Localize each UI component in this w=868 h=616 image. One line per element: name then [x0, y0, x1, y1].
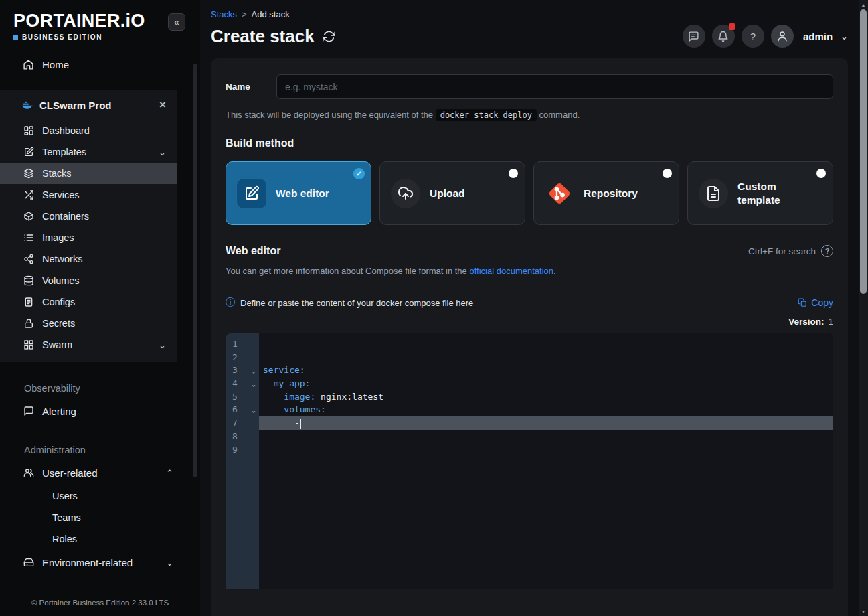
upload-cloud-icon: [391, 179, 420, 208]
sidebar-item-label: Templates: [42, 147, 86, 157]
build-method-repository[interactable]: Repository: [533, 161, 679, 225]
help-button[interactable]: ?: [742, 25, 764, 48]
sidebar-item-label: Dashboard: [42, 125, 90, 136]
close-environment-icon[interactable]: ×: [159, 98, 166, 112]
swarm-icon: [23, 339, 34, 351]
compose-editor[interactable]: 1 2 3⌄ 4⌄ 5 6⌄ 7 8 9 service:: [226, 333, 833, 589]
sidebar-item-swarm[interactable]: Swarm ⌄: [0, 334, 177, 356]
build-method-upload[interactable]: Upload: [379, 161, 525, 225]
sidebar-item-users[interactable]: Users: [0, 485, 200, 507]
code-line[interactable]: my-app:: [259, 377, 833, 390]
code-line-active[interactable]: -: [259, 416, 833, 430]
code-line[interactable]: [259, 443, 833, 457]
chevron-down-icon: ⌄: [166, 558, 173, 567]
stack-name-input[interactable]: [276, 74, 833, 99]
chat-button[interactable]: [683, 25, 705, 48]
code-line[interactable]: image: nginx:latest: [259, 390, 833, 404]
administration-section-header: Administration: [0, 440, 200, 460]
name-label: Name: [226, 82, 276, 92]
observability-section-header: Observability: [0, 378, 200, 398]
build-method-selector: Web editor ✓ Upload Repository: [226, 161, 833, 225]
sidebar-item-environment-related[interactable]: Environment-related ⌄: [0, 550, 200, 575]
sidebar-item-secrets[interactable]: Secrets: [0, 313, 177, 334]
environment-header[interactable]: CLSwarm Prod ×: [0, 90, 177, 120]
sidebar-item-services[interactable]: Services: [0, 184, 177, 206]
sidebar-item-dashboard[interactable]: Dashboard: [0, 120, 177, 141]
sidebar-item-templates[interactable]: Templates ⌄: [0, 141, 177, 163]
question-icon: ?: [750, 31, 756, 42]
sidebar-item-label: Containers: [42, 211, 89, 222]
copy-button[interactable]: Copy: [798, 297, 833, 308]
line-number: 1: [226, 337, 259, 351]
header-actions: ? admin ⌄: [683, 25, 848, 48]
sidebar-item-stacks[interactable]: Stacks: [0, 163, 177, 184]
compose-doc-text: You can get more information about Compo…: [226, 266, 833, 276]
line-number: 9: [226, 443, 259, 457]
sidebar-item-images[interactable]: Images: [0, 227, 177, 248]
scrollbar-thumb[interactable]: [860, 9, 867, 294]
copy-icon: [798, 298, 807, 307]
search-hint: Ctrl+F for search ?: [748, 245, 833, 257]
secrets-icon: [23, 318, 34, 329]
sidebar-item-label: Networks: [42, 254, 82, 264]
templates-icon: [23, 147, 34, 158]
sidebar-item-networks[interactable]: Networks: [0, 248, 177, 270]
sidebar-item-label: Users: [52, 491, 78, 502]
code-line[interactable]: volumes:: [259, 403, 833, 416]
sidebar-item-volumes[interactable]: Volumes: [0, 270, 177, 291]
sidebar-item-alerting[interactable]: Alerting: [0, 398, 200, 424]
notification-badge: [729, 23, 735, 30]
divider: [226, 287, 833, 287]
editor-code-area[interactable]: service: my-app: image: nginx:latest vol…: [259, 333, 833, 589]
docker-whale-icon: [21, 100, 33, 111]
method-label: Web editor: [276, 187, 329, 200]
sidebar-item-user-related[interactable]: User-related ⌃: [0, 460, 200, 485]
sidebar-item-home[interactable]: Home: [0, 52, 200, 77]
sidebar-item-label: Secrets: [42, 318, 75, 329]
line-number: 3⌄: [226, 364, 259, 377]
sidebar-item-label: Images: [42, 232, 74, 243]
sidebar-scrollbar[interactable]: [193, 64, 197, 477]
scroll-up-icon[interactable]: ▲: [859, 0, 868, 9]
refresh-icon[interactable]: [323, 30, 335, 43]
user-avatar[interactable]: [771, 25, 794, 48]
version-indicator: Version:1: [226, 317, 833, 327]
environment-name: CLSwarm Prod: [39, 100, 112, 111]
build-method-web-editor[interactable]: Web editor ✓: [226, 161, 371, 225]
sidebar-item-configs[interactable]: Configs: [0, 291, 177, 313]
breadcrumb-separator: >: [242, 9, 247, 19]
code-line[interactable]: [259, 351, 833, 364]
sidebar-item-containers[interactable]: Containers: [0, 206, 177, 227]
code-line[interactable]: [259, 337, 833, 351]
sidebar: PORTAINER.iO BUSINESS EDITION « Home CLS…: [0, 0, 200, 616]
edition-label: BUSINESS EDITION: [22, 33, 102, 41]
fold-icon[interactable]: ⌄: [252, 378, 256, 391]
build-method-custom-template[interactable]: Custom template: [687, 161, 833, 225]
fold-icon[interactable]: ⌄: [252, 364, 256, 378]
code-line[interactable]: service:: [259, 364, 833, 377]
username[interactable]: admin: [803, 31, 833, 42]
web-editor-section: Web editor Ctrl+F for search ? You can g…: [226, 245, 833, 589]
sidebar-item-roles[interactable]: Roles: [0, 528, 200, 550]
alerting-icon: [23, 406, 34, 417]
code-line[interactable]: [259, 430, 833, 443]
method-label: Custom template: [737, 180, 810, 206]
help-circle-icon[interactable]: ?: [821, 245, 833, 257]
line-number: 6⌄: [226, 403, 259, 416]
breadcrumb-link-stacks[interactable]: Stacks: [211, 9, 237, 19]
user-menu-chevron-icon[interactable]: ⌄: [841, 31, 848, 42]
build-method-title: Build method: [226, 137, 833, 149]
scroll-down-icon[interactable]: ▼: [859, 607, 868, 616]
create-stack-card: Name This stack will be deployed using t…: [211, 58, 848, 616]
pencil-square-icon: [237, 179, 266, 208]
notifications-button[interactable]: [712, 25, 735, 48]
page-scrollbar[interactable]: ▲ ▼: [859, 0, 868, 616]
official-documentation-link[interactable]: official documentation: [469, 266, 553, 276]
sidebar-item-label: Volumes: [42, 275, 80, 286]
sidebar-item-teams[interactable]: Teams: [0, 507, 200, 528]
main-content: Stacks > Add stack Create stack: [200, 0, 859, 616]
portainer-logo: PORTAINER.iO BUSINESS EDITION: [13, 11, 145, 41]
sidebar-collapse-button[interactable]: «: [168, 13, 185, 31]
networks-icon: [23, 254, 34, 265]
fold-icon[interactable]: ⌄: [252, 404, 256, 417]
